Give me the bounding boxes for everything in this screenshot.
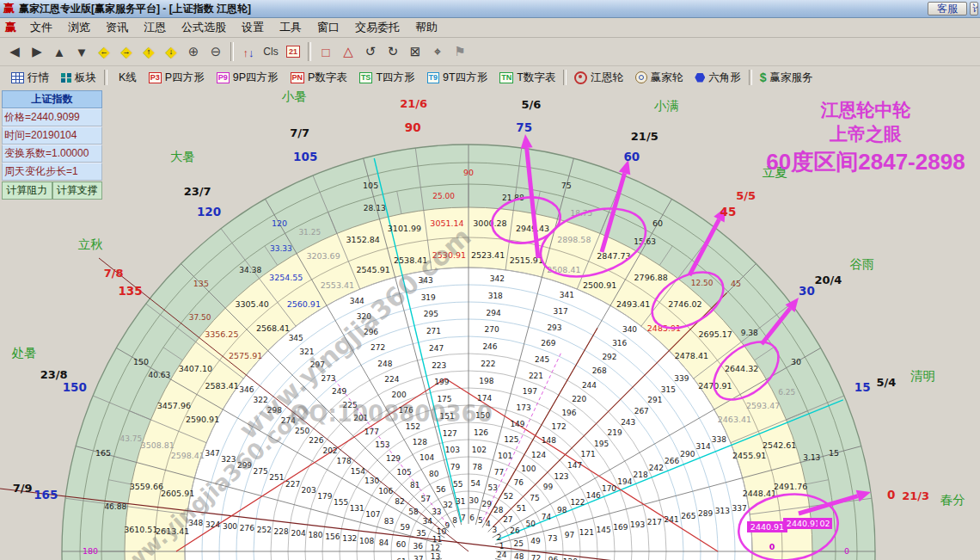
svg-text:2644.32: 2644.32 [725,364,758,373]
nav-right-icon[interactable]: ▶ [26,40,48,63]
svg-text:242: 242 [649,464,664,472]
svg-text:52: 52 [504,492,513,501]
svg-text:30: 30 [791,357,801,366]
svg-text:30: 30 [799,284,815,298]
menu-item-file[interactable]: 文件 [22,18,60,37]
svg-text:180: 180 [308,531,322,539]
shift-right-icon[interactable]: ◆→ [115,40,138,63]
shift-down-icon[interactable]: ◆↓ [160,40,182,63]
forum-button-partial[interactable]: 论坛 [970,2,978,15]
svg-text:193: 193 [630,520,645,529]
svg-text:2553.41: 2553.41 [321,280,354,290]
svg-text:130: 130 [364,477,379,485]
updown-arrows-icon[interactable]: ↑↓ [237,40,260,63]
zoom-in-icon[interactable]: ⊕ [182,40,205,63]
box-x-icon[interactable]: ⊠ [404,40,426,63]
menu-item-formula-stockpick[interactable]: 公式选股 [174,18,234,37]
menu-item-tools[interactable]: 工具 [272,18,309,37]
main-toolbar: ◀▶▲▼◆←◆→◆↑◆↓⊕⊖↑↓Cls21□△↺↻⊠⌖⚑ [0,38,980,66]
svg-text:97: 97 [565,531,574,539]
svg-text:241: 241 [664,515,678,524]
svg-text:5: 5 [478,516,483,525]
P3-badge-icon: P3 [149,72,162,83]
calendar-icon[interactable]: 21 [282,40,304,63]
svg-text:153: 153 [375,440,389,449]
svg-text:266: 266 [665,457,679,465]
svg-text:300: 300 [223,522,237,531]
menu-item-gann[interactable]: 江恩 [136,18,174,37]
svg-text:小满: 小满 [654,99,679,113]
zoom-out-icon[interactable]: ⊖ [205,40,227,63]
svg-text:2746.02: 2746.02 [668,299,701,309]
dollar-icon: $ [760,71,767,84]
menu-item-browse[interactable]: 浏览 [60,18,98,37]
svg-text:15: 15 [829,448,839,458]
svg-text:23/8: 23/8 [40,368,68,381]
price-row: 价格=2440.9099 [2,108,102,126]
tool-label: 江恩轮 [591,71,623,85]
crosshair-icon[interactable]: ⌖ [426,40,449,63]
svg-text:2523.41: 2523.41 [471,250,505,260]
toolbar-separator [104,70,107,85]
svg-text:198: 198 [479,377,493,385]
cls-button[interactable]: Cls [260,40,282,63]
svg-text:13: 13 [431,552,440,560]
svg-text:147: 147 [567,461,582,470]
svg-text:9.38: 9.38 [741,329,758,337]
menu-item-trade[interactable]: 交易委托 [347,18,407,37]
svg-text:101: 101 [498,452,512,460]
svg-text:12: 12 [430,544,439,552]
svg-text:立秋: 立秋 [78,237,103,251]
svg-text:204: 204 [291,529,305,538]
triangle-tool-icon[interactable]: △ [337,40,359,63]
svg-text:251: 251 [269,473,284,482]
svg-text:337: 337 [732,504,746,513]
flag-icon[interactable]: ⚑ [449,40,471,63]
menu-item-window[interactable]: 窗口 [309,18,347,37]
toolbar-separator [563,70,567,85]
svg-text:121: 121 [579,528,594,537]
svg-text:108: 108 [359,537,374,545]
nav-down-icon[interactable]: ▼ [70,40,93,63]
rotate-cw-icon[interactable]: ↻ [382,40,404,63]
svg-text:23/7: 23/7 [184,185,211,198]
rotate-ccw-icon[interactable]: ↺ [359,40,382,63]
calc-support-button[interactable]: 计算支撑 [52,182,103,200]
menu-item-news[interactable]: 资讯 [98,18,136,37]
nav-up-icon[interactable]: ▲ [48,40,70,63]
svg-text:292: 292 [602,353,616,361]
svg-text:105: 105 [363,181,378,190]
application-window: 赢 赢家江恩专业版[赢家服务平台] - [上证指数 江恩轮] 客服 论坛 赢 文… [0,0,980,560]
svg-text:83: 83 [384,517,394,526]
calc-resistance-button[interactable]: 计算阻力 [2,182,52,200]
svg-text:342: 342 [490,274,505,283]
svg-text:0: 0 [844,546,849,556]
shift-left-icon[interactable]: ◆← [93,40,115,63]
menu-item-help[interactable]: 帮助 [407,18,445,37]
svg-text:21/5: 21/5 [631,130,658,143]
svg-text:2560.91: 2560.91 [287,299,321,309]
toolbar-separator [308,42,311,61]
svg-text:2491.76: 2491.76 [774,482,807,491]
svg-text:179: 179 [317,492,332,501]
nav-left-icon[interactable]: ◀ [3,40,26,63]
svg-text:202: 202 [322,446,337,455]
menu-item-settings[interactable]: 设置 [234,18,272,37]
svg-text:156: 156 [325,532,340,541]
customer-service-button[interactable]: 客服 [928,2,967,15]
svg-text:107: 107 [365,510,380,519]
svg-text:76: 76 [513,478,524,487]
svg-text:0: 0 [769,542,775,551]
svg-text:90: 90 [463,168,474,177]
square-tool-icon[interactable]: □ [315,40,337,63]
svg-text:72: 72 [531,554,541,560]
svg-text:45: 45 [731,279,741,288]
svg-text:177: 177 [364,428,379,436]
shift-up-icon[interactable]: ◆↑ [138,40,160,63]
svg-text:15: 15 [854,380,871,394]
tool-label: T数字表 [517,71,555,85]
tool-label: 板块 [75,71,96,85]
svg-text:3152.84: 3152.84 [346,235,380,244]
svg-text:170: 170 [602,484,616,493]
svg-text:106: 106 [378,487,393,495]
